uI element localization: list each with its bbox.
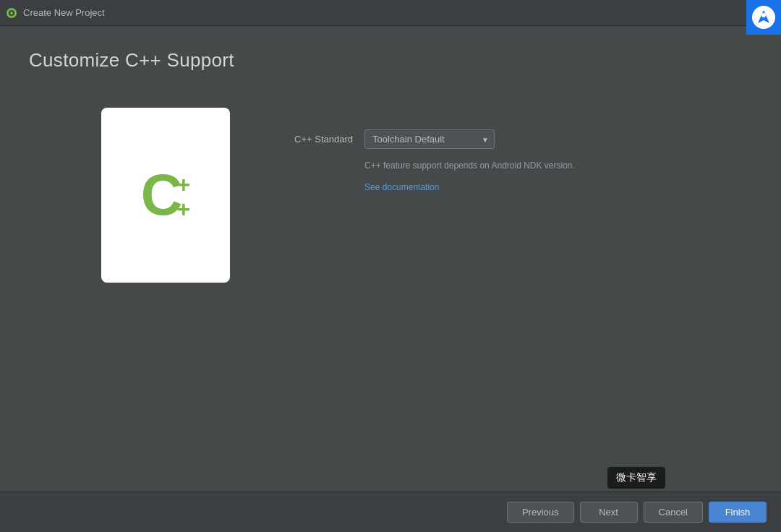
standard-form-row: C++ Standard Toolchain Default C++11 C++… <box>288 129 575 149</box>
cpp-logo: C + + <box>141 166 190 224</box>
see-documentation-link[interactable]: See documentation <box>364 182 575 192</box>
cpp-plus-signs: + + <box>177 173 191 220</box>
bottom-bar: Previous Next Cancel Finish <box>0 492 781 532</box>
standard-select[interactable]: Toolchain Default C++11 C++14 C++17 <box>364 129 495 149</box>
watermark-text: 微卡智享 <box>616 471 657 483</box>
form-area: C++ Standard Toolchain Default C++11 C++… <box>288 129 575 192</box>
previous-button[interactable]: Previous <box>507 502 574 523</box>
as-logo-inner <box>752 6 775 29</box>
as-logo-svg <box>754 7 774 27</box>
content-area: C + + C++ Standard Toolchain Default C++… <box>29 100 752 283</box>
watermark: 微卡智享 <box>607 467 665 489</box>
svg-point-2 <box>10 12 13 14</box>
window-title: Create New Project <box>23 7 105 18</box>
next-button[interactable]: Next <box>580 502 638 523</box>
standard-select-wrapper[interactable]: Toolchain Default C++11 C++14 C++17 ▼ <box>364 129 495 149</box>
standard-label: C++ Standard <box>288 134 353 145</box>
app-icon <box>6 7 17 19</box>
cpp-plus-1: + <box>177 173 191 196</box>
main-content: Customize C++ Support C + + C++ Standard… <box>0 26 781 492</box>
cpp-plus-2: + <box>177 197 191 220</box>
finish-button[interactable]: Finish <box>709 502 767 523</box>
android-studio-logo <box>746 0 781 35</box>
page-title: Customize C++ Support <box>29 49 752 72</box>
title-bar-left: Create New Project <box>6 7 105 19</box>
cancel-button[interactable]: Cancel <box>644 502 703 523</box>
info-text: C++ feature support depends on Android N… <box>364 160 575 171</box>
cpp-card: C + + <box>101 108 230 283</box>
svg-point-4 <box>761 13 766 17</box>
title-bar: Create New Project ✕ <box>0 0 781 26</box>
